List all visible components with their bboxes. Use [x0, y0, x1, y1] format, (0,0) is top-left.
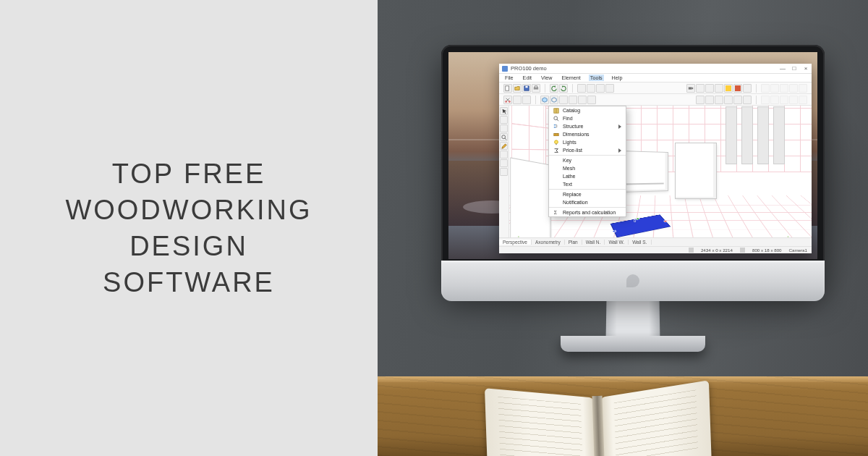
redo-icon[interactable] [559, 84, 568, 93]
color-icon[interactable] [733, 84, 742, 93]
menu-item-notification[interactable]: Notification [549, 198, 626, 206]
tb-icon[interactable] [605, 84, 614, 93]
search-icon [553, 116, 559, 122]
camera-icon[interactable] [686, 84, 695, 93]
scene: TOP FREE WOODWORKING DESIGN SOFTWARE [0, 0, 868, 456]
tab-plan[interactable]: Plan [565, 240, 582, 245]
menu-item-key[interactable]: Key [549, 156, 626, 164]
svg-point-6 [506, 101, 507, 102]
pro100-window[interactable]: PRO100 demo — □ × File Edit View Elemen [499, 64, 812, 253]
svg-rect-4 [535, 85, 537, 87]
tb-icon[interactable] [705, 96, 714, 104]
print-icon[interactable] [532, 84, 540, 93]
tools-dropdown[interactable]: CatalogFindStructureDimensionsLightsPric… [548, 106, 626, 217]
title-bar[interactable]: PRO100 demo — □ × [499, 64, 812, 74]
menu-file[interactable]: File [503, 75, 515, 81]
tab-axonometry[interactable]: Axonometry [532, 240, 565, 245]
new-icon[interactable] [503, 84, 512, 93]
blank-icon [553, 192, 559, 198]
column[interactable] [774, 107, 784, 164]
copy-icon[interactable] [513, 96, 522, 104]
status-icon [689, 248, 694, 253]
zoom-icon[interactable] [500, 133, 508, 141]
toolbar-right-2[interactable] [694, 96, 753, 104]
status-room: 800 x 18 x 800 [752, 248, 782, 253]
tb-icon[interactable] [500, 159, 508, 167]
tb-icon[interactable] [733, 96, 742, 104]
tb-icon[interactable] [596, 84, 605, 93]
menu-item-mesh[interactable]: Mesh [549, 164, 626, 172]
pointer-icon[interactable] [500, 107, 508, 115]
tab-wall-s[interactable]: Wall S. [629, 240, 651, 245]
column[interactable] [742, 107, 752, 164]
tb-icon[interactable] [587, 96, 596, 104]
y-axis-handle[interactable] [636, 218, 640, 220]
menu-item-reports-and-calculation[interactable]: ΣReports and calculation [549, 208, 626, 216]
tb-icon[interactable] [500, 151, 508, 159]
z-axis-handle[interactable] [612, 230, 616, 233]
toolbar-row-1[interactable] [499, 83, 812, 94]
menu-item-catalog[interactable]: Catalog [549, 106, 626, 114]
tb-icon[interactable] [696, 96, 705, 104]
tb-disabled [799, 84, 807, 93]
svg-rect-11 [554, 124, 556, 125]
toolbar-row-2[interactable] [499, 94, 812, 106]
menu-view[interactable]: View [540, 75, 553, 81]
pencil-icon[interactable] [500, 142, 508, 150]
menu-item-label: Lights [563, 140, 576, 145]
move-icon[interactable] [500, 116, 508, 124]
tb-icon[interactable] [578, 96, 587, 104]
menu-help[interactable]: Help [610, 75, 624, 81]
tab-wall-w[interactable]: Wall W. [605, 240, 629, 245]
tb-icon[interactable] [715, 96, 723, 104]
tb-icon[interactable] [559, 96, 568, 104]
open-icon[interactable] [513, 84, 522, 93]
tb-icon[interactable] [724, 96, 733, 104]
cabinet[interactable] [676, 143, 716, 198]
menu-edit[interactable]: Edit [522, 75, 533, 81]
3d-viewport[interactable]: 0 demo demo CatalogFindStructureDimensio… [509, 106, 812, 249]
photo-panel: PRO100 demo — □ × File Edit View Elemen [378, 0, 868, 456]
tb-icon[interactable] [500, 168, 508, 176]
menu-item-text[interactable]: Text [549, 180, 626, 188]
menu-item-structure[interactable]: Structure [549, 122, 626, 130]
undo-icon[interactable] [550, 84, 558, 93]
menu-item-find[interactable]: Find [549, 114, 626, 122]
cube-icon[interactable] [540, 96, 549, 104]
menu-item-label: Find [563, 116, 573, 121]
minimize-button[interactable]: — [780, 66, 786, 72]
paste-icon[interactable] [522, 96, 531, 104]
column[interactable] [758, 107, 768, 164]
menu-item-price-list[interactable]: Price-list [549, 146, 626, 154]
tb-icon[interactable] [569, 96, 577, 104]
menu-element[interactable]: Element [560, 75, 582, 81]
view-tabs[interactable]: Perspective Axonometry Plan Wall N. Wall… [499, 237, 812, 246]
tab-wall-n[interactable]: Wall N. [582, 240, 605, 245]
cut-icon[interactable] [503, 96, 512, 104]
rotate-icon[interactable] [500, 124, 508, 132]
menu-item-dimensions[interactable]: Dimensions [549, 130, 626, 138]
menu-item-lights[interactable]: Lights [549, 138, 626, 146]
column[interactable] [726, 107, 736, 164]
menu-item-lathe[interactable]: Lathe [549, 172, 626, 180]
tb-icon[interactable] [587, 84, 595, 93]
toolbar-misc-1[interactable] [576, 84, 616, 93]
toolbar-right-1[interactable] [685, 84, 753, 93]
color-icon[interactable] [724, 84, 733, 93]
tb-icon[interactable] [705, 84, 714, 93]
tb-icon[interactable] [577, 84, 586, 93]
vertical-toolbar[interactable] [499, 106, 509, 249]
menu-bar[interactable]: File Edit View Element Tools Help [499, 74, 812, 83]
menu-item-replace[interactable]: Replace [549, 190, 626, 198]
menu-tools[interactable]: Tools [589, 75, 604, 81]
tab-perspective[interactable]: Perspective [499, 240, 532, 245]
status-camera: Camera1 [789, 248, 807, 253]
save-icon[interactable] [522, 84, 531, 93]
tb-icon[interactable] [696, 84, 705, 93]
tb-icon[interactable] [715, 84, 723, 93]
maximize-button[interactable]: □ [791, 66, 797, 72]
tb-icon[interactable] [743, 96, 752, 104]
tb-icon[interactable] [743, 84, 752, 93]
cube-icon[interactable] [550, 96, 558, 104]
close-button[interactable]: × [803, 66, 809, 72]
